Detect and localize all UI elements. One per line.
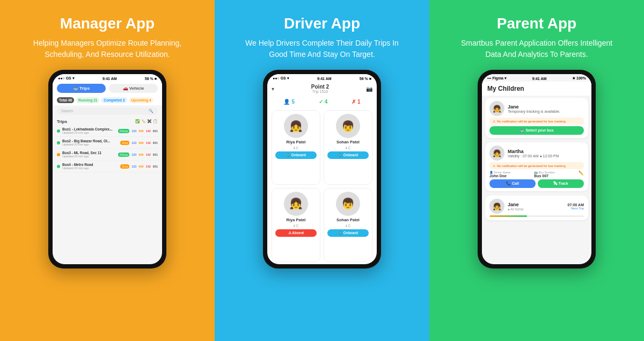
driver-header: ▾ Point 2 Trip 1516 📷 (267, 82, 377, 96)
list-item[interactable]: Bus3 - ML Road, Sec 11 Updated 20 min ag… (56, 149, 159, 161)
trip-subtitle: Trip 1516 (311, 90, 329, 93)
student-card: 👦 Sohan Patel 4 C 🚶 Onboard (324, 110, 372, 185)
student-class: 4 C (345, 224, 350, 228)
manager-tabs: 🚌 Trips 🚗 Vehicle (53, 82, 162, 95)
child-row: 👧 Martha Validity : 07:00 AM ● 12:00 PM (489, 146, 584, 161)
trip-name: Bus2 - Big Baazar Road, Ol... (62, 139, 118, 143)
manager-panel: Manager App Helping Managers Optimize Ro… (0, 0, 215, 341)
trip-time: 07:00 AM (568, 203, 584, 207)
manager-subtitle: Helping Managers Optimize Route Planning… (27, 38, 188, 60)
onboard-button[interactable]: 🚶 Onboard (327, 151, 369, 159)
avatar: 👧 (489, 101, 504, 116)
trip-num4: 931 (153, 129, 158, 133)
trips-tab-label: 🚌 Trips (73, 86, 90, 91)
child-row: 👧 Jane Temporary tracking is available. (489, 101, 584, 116)
select-bus-button[interactable]: 🚌 Select your bus (489, 126, 584, 135)
x-icon: ✗ (352, 99, 356, 105)
parent-panel: Parent App Smartbus Parent Application O… (429, 0, 644, 341)
trip-num2: 666 (138, 153, 143, 156)
status-left: ▪▪▪ Figma ▾ (487, 76, 507, 81)
avatar: 👧 (284, 192, 308, 216)
child-name: Jane (508, 202, 524, 207)
search-placeholder: Search (61, 109, 73, 113)
completed-badge: Completed 2 (101, 97, 127, 103)
warning-notice: ⚠ No notification will be generated for … (489, 118, 584, 125)
parent-subtitle: Smartbus Parent Application Offers Intel… (456, 38, 617, 60)
driver-stats: 👤 5 ✓ 4 ✗ 1 (267, 96, 377, 108)
running-badge: Running 21 (76, 97, 99, 103)
student-name: Sohan Patel (336, 140, 360, 144)
trip-name: Bus4 - Metro Road (62, 163, 118, 166)
trip-row: 👧 Jane ● At home 07:00 AM Next Trip (489, 199, 584, 214)
driver-bus-info: 👤 Driver Name John Doe 🚌 Bus Number Bus … (489, 171, 584, 178)
trip-nums: 123 (131, 141, 136, 144)
manager-phone: ●●○ GS ▾ 9:41 AM 58 % ■ 🚌 Trips 🚗 Vehicl… (48, 70, 166, 269)
trip-num4: 931 (153, 153, 158, 156)
list-item[interactable]: Bus4 - Metro Road Updated 20 min ago Dro… (56, 161, 159, 172)
driver-status-bar: ●●○ GS ▾ 9:41 AM 58 % ■ (267, 74, 377, 82)
absent-button[interactable]: ⚠ Absent (275, 229, 317, 237)
trip-time: Updated 20 min ago (62, 166, 118, 170)
stat-total: 👤 5 (283, 99, 295, 105)
vehicle-tab-label: 🚗 Vehicle (123, 86, 144, 91)
status-right: 58 % ■ (145, 77, 157, 81)
back-icon[interactable]: ▾ (272, 86, 274, 92)
stat-onboard: ✓ 4 (319, 99, 328, 105)
trip-nums: 123 (131, 165, 136, 168)
trips-tab[interactable]: 🚌 Trips (57, 84, 106, 93)
upcoming-badge: Upcoming 4 (129, 97, 153, 103)
qr-icon[interactable]: 📷 (366, 86, 372, 92)
child-card-martha: 👧 Martha Validity : 07:00 AM ● 12:00 PM … (485, 142, 588, 191)
student-card: 👧 Riya Patel 4 C ⚠ Absent (272, 188, 320, 263)
manager-title: Manager App (60, 15, 155, 32)
trip-num4: 931 (153, 165, 158, 168)
child-location: ● At home (508, 207, 524, 211)
my-children-label: My Children (487, 85, 524, 92)
trip-type: Drop (120, 141, 129, 145)
vehicle-tab[interactable]: 🚗 Vehicle (109, 84, 158, 93)
warning-text: No notification will be generated for bu… (497, 120, 566, 123)
avatar: 👦 (336, 192, 360, 216)
manager-search[interactable]: Search 🔍 (57, 107, 158, 115)
trip-name: Bus3 - ML Road, Sec 11 (62, 151, 116, 155)
status-dot (57, 153, 60, 156)
onboard-button[interactable]: 🚶 Onboard (327, 229, 369, 237)
progress-bar (489, 215, 584, 217)
avatar: 👧 (489, 146, 504, 161)
trip-num4: 931 (153, 141, 158, 144)
student-card: 👧 Riya Patel 4 C 🚶 Onboard (272, 110, 320, 185)
parent-title: Parent App (497, 15, 576, 32)
manager-status-bar: ●●○ GS ▾ 9:41 AM 58 % ■ (53, 74, 162, 82)
list-item[interactable]: Bus1 - Lokhadwala Complex... Updated 20 … (56, 125, 159, 137)
trip-name: Bus1 - Lokhadwala Complex... (62, 127, 116, 131)
onboard-button[interactable]: 🚶 Onboard (275, 151, 317, 159)
search-icon: 🔍 (149, 109, 153, 113)
status-left: ●●○ GS ▾ (273, 76, 289, 81)
warning-text: No notification will be generated for bu… (497, 164, 566, 168)
driver-name: John Doe (489, 174, 510, 178)
status-time: 9:41 AM (103, 77, 117, 81)
trip-num3: 142 (146, 129, 151, 133)
trip-num2: 666 (138, 129, 143, 133)
track-button[interactable]: 🛰 Track (538, 179, 584, 188)
call-button[interactable]: 📞 Call (489, 179, 536, 188)
status-right: ★ 100% (572, 76, 586, 81)
action-buttons: 📞 Call 🛰 Track (489, 179, 584, 188)
list-item[interactable]: Bus2 - Big Baazar Road, Ol... Updated 20… (56, 137, 159, 149)
check-icon: ✓ (319, 99, 323, 105)
edit-icon[interactable]: ✏️ (579, 171, 584, 178)
student-name: Riya Patel (287, 140, 306, 144)
driver-title: Driver App (284, 15, 360, 32)
list-header-icons: ✅ 🏷️ ✖️ 📋 (135, 119, 158, 124)
list-header: Trips ✅ 🏷️ ✖️ 📋 (53, 117, 162, 125)
student-name: Riya Patel (287, 217, 306, 222)
child-card-jane-1: 👧 Jane Temporary tracking is available. … (485, 98, 588, 138)
child-name: Jane (508, 104, 560, 110)
bus-number: Bus 007 (534, 174, 555, 178)
student-icon: 👤 (283, 99, 290, 105)
trip-type: Pickup (118, 153, 129, 157)
parent-status-bar: ▪▪▪ Figma ▾ 9:41 AM ★ 100% (482, 74, 591, 82)
stat-total-val: 5 (291, 99, 295, 105)
stat-absent-val: 1 (357, 99, 361, 105)
avatar: 👧 (489, 199, 504, 214)
